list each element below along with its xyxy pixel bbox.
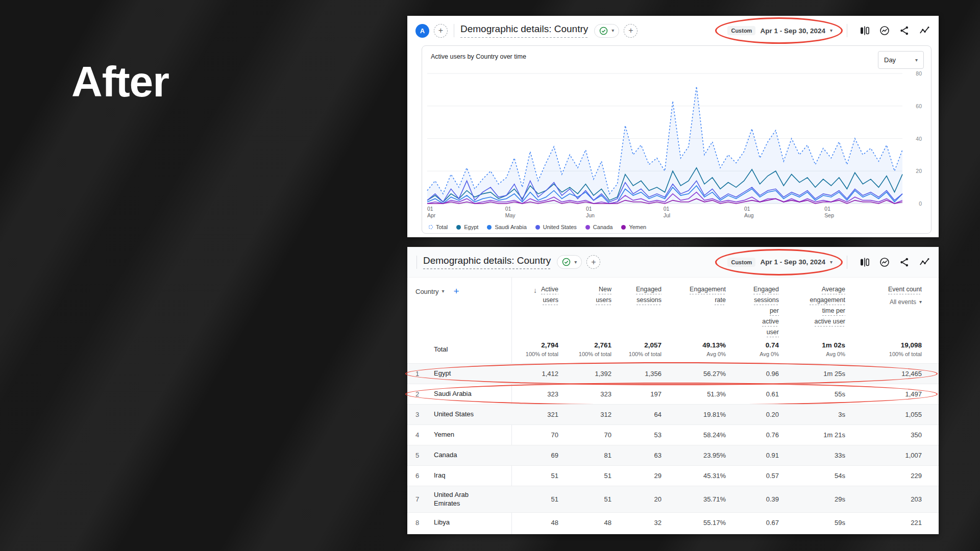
metric-cell: 1,055 [845,411,922,418]
explore-icon[interactable] [919,26,929,36]
metric-cell: 55s [779,390,845,398]
metric-cell: 45.31% [662,472,726,480]
metric-cell: 23.95% [662,452,726,459]
insights-icon[interactable] [879,26,890,36]
column-header-line: New [599,286,611,294]
legend-label: Yemen [629,224,646,230]
report-title[interactable]: Demographic details: Country [423,255,551,269]
legend-swatch [429,225,433,229]
explore-icon[interactable] [919,257,929,267]
metric-cell: 203 [845,495,922,503]
total-cell: 2,761100% of total [558,341,611,357]
date-range-picker[interactable]: Custom Apr 1 - Sep 30, 2024 ▾ [719,253,841,272]
chart-legend: TotalEgyptSaudi ArabiaUnited StatesCanad… [429,224,646,230]
column-header-active-users[interactable]: ↓Activeusers [511,286,558,305]
compare-icon[interactable] [860,257,870,267]
add-comparison-button[interactable]: + [624,24,638,38]
total-cell: 2,794100% of total [511,341,558,357]
event-filter-dropdown[interactable]: All events▾ [890,298,922,306]
legend-item-united-states: United States [535,224,577,230]
country-cell: 6Iraq [415,471,511,480]
x-tick-label: 01May [505,206,516,219]
legend-swatch [535,225,540,230]
metric-cell: 0.67 [726,519,779,527]
country-name: Saudi Arabia [434,390,472,398]
legend-label: Canada [593,224,613,230]
total-value: 0.74 [726,341,779,349]
share-icon[interactable] [899,26,910,36]
table-row-iraq: 6Iraq51512945.31%0.5754s229 [407,465,939,486]
metric-cell: 48 [558,519,611,527]
column-header-engaged-sessions[interactable]: Engagedsessions [611,286,662,305]
legend-item-saudi-arabia: Saudi Arabia [487,224,526,230]
metric-cell: 1m 21s [779,431,845,439]
legend-item-yemen: Yemen [621,224,646,230]
y-axis: 806040200 [906,73,922,204]
chevron-down-icon[interactable]: ▾ [442,289,445,294]
legend-item-egypt: Egypt [456,224,478,230]
metric-cell: 12,465 [845,370,922,378]
add-segment-button[interactable]: + [434,24,448,38]
legend-item-total: Total [429,224,448,230]
x-tick-label: 01Sep [824,206,834,219]
table-row-canada: 5Canada69816323.95%0.9133s1,007 [407,445,939,465]
country-cell: 7United Arab Emirates [415,491,511,508]
table-row-saudi-arabia: 2Saudi Arabia32332319751.3%0.6155s1,497 [407,384,939,404]
column-header-engagement-rate[interactable]: Engagementrate [662,286,726,305]
column-header-event-count[interactable]: Event countAll events▾ [845,286,922,306]
sort-descending-icon[interactable]: ↓ [533,286,537,294]
chart-plot [427,73,902,204]
column-header-line: users [596,296,611,305]
share-icon[interactable] [899,257,910,267]
add-comparison-button[interactable]: + [586,255,600,269]
date-range-picker[interactable]: Custom Apr 1 - Sep 30, 2024 ▾ [719,21,841,40]
metric-cell: 1,007 [845,452,922,459]
metric-cell: 3s [779,411,845,418]
date-range-value: Apr 1 - Sep 30, 2024 [760,258,825,266]
y-tick-label: 60 [916,103,922,109]
country-name: United States [434,410,474,419]
column-header-line: sessions [636,296,662,305]
row-number: 5 [415,452,434,459]
x-tick-label: 01Apr [427,206,435,219]
x-axis: 01Apr01May01Jun01Jul01Aug01Sep [427,206,902,219]
legend-swatch [585,225,590,230]
metric-cell: 54s [779,472,845,480]
chart-title: Active users by Country over time [431,53,526,60]
add-dimension-button[interactable]: + [454,286,459,297]
row-number: 2 [415,390,434,398]
header-action-icons [860,26,929,36]
country-name: United Arab Emirates [434,491,494,508]
column-header-line: per [770,307,779,316]
compare-icon[interactable] [860,26,870,36]
dimension-dropdown[interactable]: Country [415,288,439,295]
country-name: Yemen [434,431,454,439]
saved-state-badge[interactable]: ▾ [594,24,619,38]
total-cell: 49.13%Avg 0% [662,341,726,357]
legend-label: Saudi Arabia [495,224,526,230]
metric-cell: 0.76 [726,431,779,439]
total-subtext: 100% of total [845,351,922,357]
row-number: 6 [415,472,434,480]
avatar[interactable]: A [415,24,429,38]
total-cell: 0.74Avg 0% [726,341,779,357]
metric-cell: 20 [611,495,662,503]
metric-cell: 35.71% [662,495,726,503]
header-action-icons [860,257,929,267]
event-filter-value: All events [890,298,916,306]
table-row-united-states: 3United States3213126419.81%0.203s1,055 [407,404,939,424]
column-header-line: Active [541,286,558,294]
metric-cell: 51.3% [662,390,726,398]
insights-icon[interactable] [879,257,890,267]
x-tick-label: 01Jul [664,206,670,219]
column-header-new-users[interactable]: Newusers [558,286,611,305]
metric-cell: 323 [558,390,611,398]
column-header-line: Event count [888,286,922,294]
saved-state-badge[interactable]: ▾ [557,255,582,269]
report-title[interactable]: Demographic details: Country [460,23,588,38]
column-header-engaged-sessions-per-active-user[interactable]: Engagedsessionsperactiveuser [726,286,779,337]
granularity-dropdown[interactable]: Day ▾ [878,51,924,69]
column-header-average-engagement-time-per-active-user[interactable]: Averageengagementtime peractive user [779,286,845,327]
metric-cell: 53 [611,431,662,439]
column-header-line: Engaged [753,286,779,294]
